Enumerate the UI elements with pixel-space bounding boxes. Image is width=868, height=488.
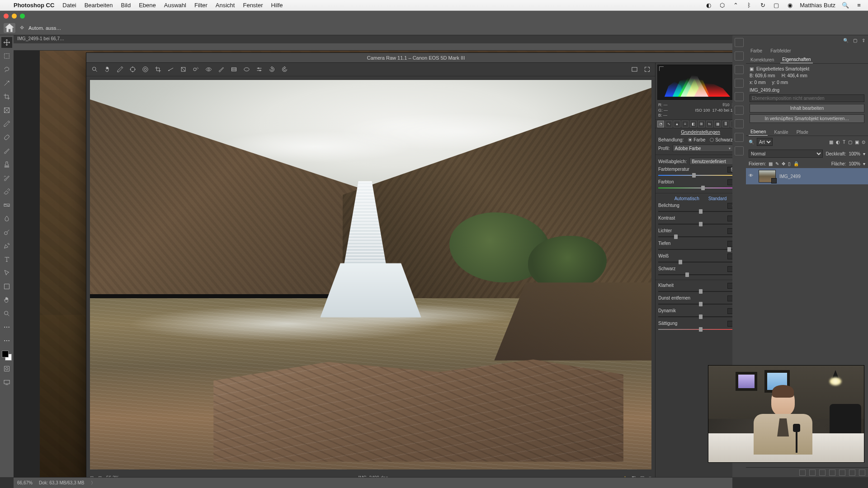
status-docinfo[interactable]: Dok: 63,3 MB/63,3 MB bbox=[39, 480, 85, 485]
slider-clarity[interactable] bbox=[658, 289, 732, 294]
notification-icon[interactable]: ≡ bbox=[855, 2, 863, 9]
slider-vibrance[interactable] bbox=[658, 314, 732, 319]
tool-magic-wand[interactable] bbox=[1, 78, 12, 89]
tool-history-brush[interactable] bbox=[1, 173, 12, 183]
collapsed-panel-1[interactable] bbox=[735, 38, 744, 47]
color-swatches[interactable] bbox=[2, 351, 12, 361]
collapsed-panel-7[interactable] bbox=[735, 119, 744, 128]
slider-value-highlights[interactable]: -59 bbox=[727, 228, 732, 234]
slider-tint[interactable] bbox=[658, 186, 732, 190]
cr-rotate-ccw[interactable] bbox=[267, 65, 276, 74]
tab-calib[interactable]: ▦ bbox=[714, 121, 721, 127]
tab-hsl[interactable]: ≡ bbox=[682, 121, 689, 127]
cr-targeted-adjust[interactable] bbox=[141, 65, 150, 74]
slider-value-exposure[interactable]: 0,00 bbox=[727, 203, 732, 209]
tab-swatches[interactable]: Farbfelder bbox=[769, 47, 793, 54]
slider-highlights[interactable] bbox=[658, 235, 732, 239]
cr-radial-filter[interactable] bbox=[242, 65, 251, 74]
menu-bearbeiten[interactable]: Bearbeiten bbox=[85, 2, 113, 9]
tool-edit-toolbar[interactable]: ⋯ bbox=[1, 335, 12, 346]
tab-paths[interactable]: Pfade bbox=[795, 129, 810, 136]
tool-marquee[interactable] bbox=[1, 51, 12, 61]
adjustment-layer-icon[interactable] bbox=[829, 469, 835, 476]
tool-more[interactable]: ⋯ bbox=[1, 322, 12, 333]
menu-hilfe[interactable]: Hilfe bbox=[271, 2, 283, 9]
tool-stamp[interactable] bbox=[1, 159, 12, 170]
workspace-icon[interactable]: ▢ bbox=[853, 38, 857, 43]
tool-crop[interactable] bbox=[1, 91, 12, 102]
layer-filter-select[interactable]: Art bbox=[757, 138, 773, 146]
tab-detail[interactable]: ▲ bbox=[674, 121, 680, 127]
collapsed-panel-8[interactable] bbox=[735, 133, 744, 142]
tab-color[interactable]: Farbe bbox=[749, 47, 764, 54]
cr-prefs[interactable] bbox=[255, 65, 264, 74]
layer-mask-icon[interactable] bbox=[819, 469, 826, 476]
close-window-button[interactable] bbox=[4, 14, 9, 19]
tool-shape[interactable] bbox=[1, 281, 12, 292]
blend-mode-select[interactable]: Normal bbox=[749, 150, 823, 158]
options-auto-select[interactable]: Autom. auss… bbox=[28, 25, 61, 31]
tool-zoom[interactable] bbox=[1, 308, 12, 319]
collapsed-panel-3[interactable] bbox=[735, 65, 744, 74]
default-button[interactable]: Standard bbox=[708, 196, 727, 201]
layercomp-select[interactable] bbox=[750, 94, 864, 102]
tab-basic[interactable]: ◔ bbox=[657, 121, 664, 127]
tool-eraser[interactable] bbox=[1, 186, 12, 197]
collapsed-panel-6[interactable] bbox=[735, 106, 744, 115]
tab-fx[interactable]: fx bbox=[706, 121, 713, 127]
filter-shape-icon[interactable]: ▢ bbox=[848, 140, 852, 145]
slider-exposure[interactable] bbox=[658, 209, 732, 214]
macos-username[interactable]: Matthias Butz bbox=[800, 2, 835, 9]
treatment-bw[interactable]: Schwarzweiß bbox=[710, 137, 732, 142]
dropbox-icon[interactable]: ⬡ bbox=[718, 2, 726, 9]
tab-properties[interactable]: Eigenschaften bbox=[780, 56, 812, 63]
tool-frame[interactable] bbox=[1, 105, 12, 116]
prop-width[interactable]: 609,6 mm bbox=[755, 73, 775, 78]
tool-screenmode[interactable] bbox=[1, 377, 12, 388]
tab-lens[interactable]: ⊞ bbox=[698, 121, 705, 127]
profile-select[interactable]: Adobe Farbe bbox=[673, 145, 732, 152]
tab-adjustments[interactable]: Korrekturen bbox=[749, 56, 776, 63]
opacity-value[interactable]: 100% bbox=[849, 151, 860, 156]
menu-ansicht[interactable]: Ansicht bbox=[216, 2, 235, 9]
collapsed-panel-5[interactable] bbox=[735, 92, 744, 101]
tool-hand[interactable] bbox=[1, 295, 12, 305]
collapsed-panel-2[interactable] bbox=[735, 52, 744, 61]
prop-x[interactable]: 0 mm bbox=[755, 80, 766, 85]
tool-dodge[interactable] bbox=[1, 227, 12, 238]
layer-name[interactable]: IMG_2499 bbox=[779, 174, 801, 179]
cr-crop-tool[interactable] bbox=[153, 65, 162, 74]
filter-adjust-icon[interactable]: ◐ bbox=[836, 140, 840, 145]
fill-value[interactable]: 100% bbox=[849, 161, 860, 166]
tab-layers[interactable]: Ebenen bbox=[749, 128, 768, 136]
slider-blacks[interactable] bbox=[658, 272, 732, 277]
shadow-clip-icon[interactable] bbox=[659, 66, 664, 71]
cr-transform-tool[interactable] bbox=[179, 65, 188, 74]
edit-contents-button[interactable]: Inhalt bearbeiten bbox=[750, 104, 864, 113]
group-icon[interactable] bbox=[839, 469, 845, 476]
cr-grad-filter[interactable] bbox=[229, 65, 238, 74]
status-zoom[interactable]: 66,67% bbox=[17, 480, 33, 485]
lock-all-icon[interactable]: 🔒 bbox=[793, 161, 799, 166]
lock-pixels-icon[interactable]: ▦ bbox=[769, 161, 773, 166]
tool-gradient[interactable] bbox=[1, 200, 12, 211]
cr-straighten-tool[interactable] bbox=[166, 65, 175, 74]
new-layer-icon[interactable] bbox=[849, 469, 855, 476]
collapsed-panel-4[interactable] bbox=[735, 79, 744, 88]
spotlight-icon[interactable]: 🔍 bbox=[842, 2, 849, 9]
tool-healing[interactable] bbox=[1, 132, 12, 143]
lock-artboard-icon[interactable]: ▯ bbox=[788, 161, 791, 166]
slider-value-clarity[interactable]: 0 bbox=[727, 283, 732, 289]
visibility-icon[interactable]: 👁 bbox=[749, 173, 755, 179]
share-icon[interactable]: ⇪ bbox=[862, 38, 865, 43]
status-arrow-icon[interactable]: 〉 bbox=[91, 480, 95, 486]
filter-type-icon[interactable]: T bbox=[843, 140, 845, 145]
camera-raw-preview[interactable] bbox=[90, 80, 651, 469]
layer-thumbnail[interactable] bbox=[759, 170, 776, 183]
cr-fullscreen[interactable] bbox=[642, 65, 651, 74]
tool-path-select[interactable] bbox=[1, 267, 12, 278]
menu-ebene[interactable]: Ebene bbox=[139, 2, 156, 9]
minimize-window-button[interactable] bbox=[12, 14, 17, 19]
wifi-icon[interactable]: ⌃ bbox=[732, 2, 739, 9]
tool-quickmask[interactable] bbox=[1, 363, 12, 374]
